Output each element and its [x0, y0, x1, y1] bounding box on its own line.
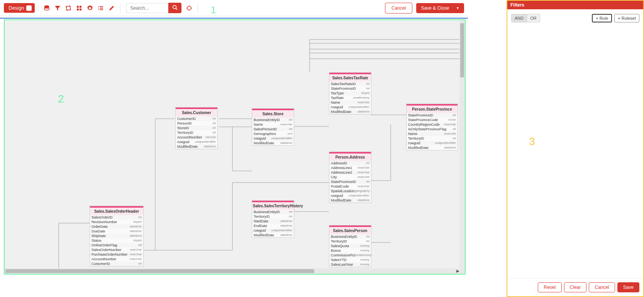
reset-button[interactable]: Reset	[538, 282, 561, 292]
table-row[interactable]: TaxRatesmallmoney	[329, 96, 371, 100]
design-mode-button[interactable]: Design	[4, 3, 35, 13]
table-row[interactable]: EndDatedatetime	[252, 224, 294, 228]
table-row[interactable]: ModifiedDatedatetime	[329, 198, 371, 203]
table-row[interactable]: StateProvinceCodenchar	[407, 118, 458, 122]
pencil-icon[interactable]	[106, 3, 117, 13]
table-row[interactable]: IsOnlyStateProvinceFlagbit	[407, 127, 458, 131]
table-sales-territory-history[interactable]: Sales.SalesTerritoryHistory BusinessEnti…	[252, 200, 294, 238]
column-name: StateProvinceCode	[408, 118, 438, 122]
table-row[interactable]: PostalCodenvarchar	[329, 184, 371, 189]
table-row[interactable]: RevisionNumbertinyint	[90, 220, 143, 224]
table-row[interactable]: BusinessEntityIDint	[252, 210, 294, 214]
table-row[interactable]: Citynvarchar	[329, 175, 371, 179]
column-type: nvarchar	[358, 171, 369, 174]
design-canvas[interactable]: 2 Sales.Customer CustomerIDintPersonIDin…	[4, 19, 466, 275]
table-row[interactable]: Bonusmoney	[329, 248, 371, 253]
clear-button[interactable]: Clear	[564, 282, 587, 292]
cancel-button[interactable]: Cancel	[385, 3, 412, 14]
table-row[interactable]: TerritoryIDint	[252, 214, 294, 219]
table-row[interactable]: Namenvarchar	[252, 122, 294, 127]
table-row[interactable]: SalesLastYearmoney	[329, 262, 371, 267]
table-person-address[interactable]: Person.Address AddressIDintAddressLine1n…	[329, 152, 371, 203]
horizontal-scrollbar[interactable]: ▶	[5, 268, 465, 274]
or-button[interactable]: OR	[527, 14, 540, 22]
table-row[interactable]: rowguiduniqueidentifier	[176, 140, 217, 144]
table-row[interactable]: CommissionPctsmallmoney	[329, 253, 371, 258]
table-row[interactable]: PersonIDint	[176, 121, 217, 126]
search-wrap	[126, 3, 181, 13]
table-row[interactable]: CustomerIDint	[90, 261, 143, 266]
filters-cancel-button[interactable]: Cancel	[589, 282, 615, 292]
table-row[interactable]: Statustinyint	[90, 238, 143, 243]
table-row[interactable]: AccountNumbernvarchar	[90, 257, 143, 261]
table-row[interactable]: AddressLine2nvarchar	[329, 170, 371, 175]
table-row[interactable]: ModifiedDatedatetime	[407, 145, 458, 150]
table-row[interactable]: Namenvarchar	[329, 100, 371, 105]
table-row[interactable]: Demographicsxml	[252, 131, 294, 136]
table-row[interactable]: OrderDatedatetime	[90, 224, 143, 229]
table-row[interactable]: StoreIDint	[176, 126, 217, 130]
search-input[interactable]	[126, 3, 168, 13]
table-row[interactable]: BusinessEntityIDint	[329, 234, 371, 239]
table-row[interactable]: Namenvarchar	[407, 131, 458, 136]
table-row[interactable]: CountryRegionCodenvarchar	[407, 122, 458, 127]
table-row[interactable]: BusinessEntityIDint	[252, 118, 294, 122]
table-row[interactable]: rowguiduniqueidentifier	[252, 228, 294, 233]
table-row[interactable]: SalesPersonIDint	[252, 127, 294, 131]
table-row[interactable]: TaxTypetinyint	[329, 91, 371, 96]
vertical-scrollbar[interactable]	[459, 20, 465, 274]
table-sales-order-header[interactable]: Sales.SalesOrderHeader SalesOrderIDintRe…	[90, 206, 144, 266]
target-icon[interactable]	[184, 3, 195, 13]
database-icon[interactable]	[41, 3, 52, 13]
table-row[interactable]: SalesQuotamoney	[329, 244, 371, 248]
table-sales-salesperson[interactable]: Sales.SalesPerson BusinessEntityIDintTer…	[329, 225, 371, 267]
table-row[interactable]: rowguiduniqueidentifier	[329, 105, 371, 109]
table-row[interactable]: StateProvinceIDint	[407, 113, 458, 118]
table-row[interactable]: SalesOrderNumbernvarchar	[90, 248, 143, 252]
table-row[interactable]: AccountNumbervarchar	[176, 135, 217, 140]
table-row[interactable]: OnlineOrderFlagbit	[90, 243, 143, 248]
filters-save-button[interactable]: Save	[617, 282, 639, 292]
table-sales-customer[interactable]: Sales.Customer CustomerIDintPersonIDintS…	[175, 107, 218, 149]
table-row[interactable]: CustomerIDint	[176, 116, 217, 121]
table-row[interactable]: StartDatedatetime	[252, 219, 294, 224]
and-button[interactable]: AND	[512, 14, 527, 22]
table-row[interactable]: PurchaseOrderNumbernvarchar	[90, 252, 143, 257]
table-row[interactable]: AddressLine1nvarchar	[329, 166, 371, 170]
table-row[interactable]: rowguiduniqueidentifier	[329, 193, 371, 198]
table-row[interactable]: TerritoryIDint	[407, 136, 458, 141]
crop-icon[interactable]	[63, 3, 74, 13]
table-row[interactable]: TerritoryIDint	[329, 239, 371, 244]
table-row[interactable]: SalesOrderIDint	[90, 215, 143, 220]
add-ruleset-button[interactable]: +Ruleset	[614, 14, 639, 22]
table-row[interactable]: SpatialLocationgeography	[329, 189, 371, 193]
table-row[interactable]: rowguiduniqueidentifier	[407, 141, 458, 145]
gear-icon[interactable]	[85, 3, 95, 13]
table-row[interactable]: StateProvinceIDint	[329, 179, 371, 184]
search-button[interactable]	[168, 3, 181, 13]
column-name: rowguid	[331, 194, 343, 198]
table-row[interactable]: ShipDatedatetime	[90, 234, 143, 238]
table-row[interactable]: SalesYTDmoney	[329, 258, 371, 262]
table-row[interactable]: ModifiedDatedatetime	[329, 109, 371, 114]
table-row[interactable]: SalesTaxRateIDint	[329, 82, 371, 86]
table-row[interactable]: ModifiedDatedatetime	[252, 233, 294, 237]
table-row[interactable]: StateProvinceIDint	[329, 86, 371, 91]
table-sales-taxrate[interactable]: Sales.SalesTaxRate SalesTaxRateIDintStat…	[329, 72, 371, 114]
table-row[interactable]: ModifiedDatedatetime	[176, 144, 217, 149]
table-row[interactable]: rowguiduniqueidentifier	[252, 136, 294, 141]
column-name: OrderDate	[92, 225, 108, 229]
save-close-button[interactable]: Save & Close ▼	[416, 3, 464, 13]
table-row[interactable]: DueDatedatetime	[90, 229, 143, 234]
table-row[interactable]: ModifiedDatedatetime	[252, 141, 294, 145]
add-rule-button[interactable]: +Rule	[592, 14, 612, 22]
theme-icon[interactable]	[74, 3, 85, 13]
list-icon[interactable]	[95, 3, 106, 13]
table-sales-store[interactable]: Sales.Store BusinessEntityIDintNamenvarc…	[252, 108, 294, 146]
plus-icon: +	[618, 16, 620, 20]
table-row[interactable]: AddressIDint	[329, 161, 371, 166]
chevron-down-icon: ▼	[456, 6, 459, 10]
table-person-stateprovince[interactable]: Person.StateProvince StateProvinceIDintS…	[406, 104, 458, 150]
table-row[interactable]: TerritoryIDint	[176, 130, 217, 135]
filter-icon[interactable]	[52, 3, 63, 13]
